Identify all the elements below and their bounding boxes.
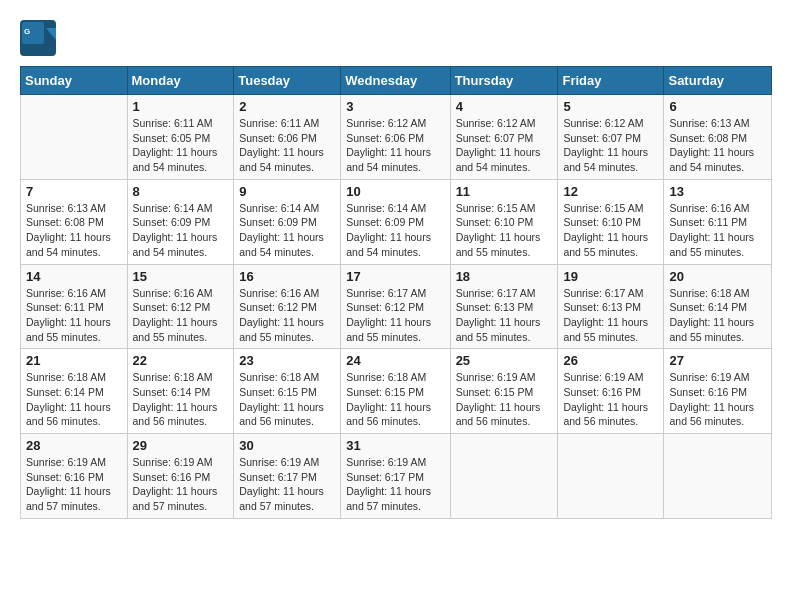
sunset: Sunset: 6:16 PM [26,470,122,485]
sunrise: Sunrise: 6:17 AM [563,286,658,301]
day-number: 9 [239,184,335,199]
daylight: Daylight: 11 hours and 57 minutes. [26,484,122,513]
calendar-body: 1 Sunrise: 6:11 AM Sunset: 6:05 PM Dayli… [21,95,772,519]
day-number: 20 [669,269,766,284]
daylight: Daylight: 11 hours and 56 minutes. [346,400,444,429]
daylight: Daylight: 11 hours and 56 minutes. [239,400,335,429]
daylight: Daylight: 11 hours and 54 minutes. [239,230,335,259]
page-header: G [20,20,772,56]
sunset: Sunset: 6:07 PM [456,131,553,146]
sunset: Sunset: 6:12 PM [239,300,335,315]
calendar-cell: 30 Sunrise: 6:19 AM Sunset: 6:17 PM Dayl… [234,434,341,519]
calendar-cell: 28 Sunrise: 6:19 AM Sunset: 6:16 PM Dayl… [21,434,128,519]
day-info: Sunrise: 6:19 AM Sunset: 6:16 PM Dayligh… [669,370,766,429]
sunrise: Sunrise: 6:17 AM [456,286,553,301]
day-info: Sunrise: 6:16 AM Sunset: 6:12 PM Dayligh… [239,286,335,345]
calendar-cell: 20 Sunrise: 6:18 AM Sunset: 6:14 PM Dayl… [664,264,772,349]
daylight: Daylight: 11 hours and 54 minutes. [239,145,335,174]
day-info: Sunrise: 6:18 AM Sunset: 6:14 PM Dayligh… [133,370,229,429]
calendar-cell: 12 Sunrise: 6:15 AM Sunset: 6:10 PM Dayl… [558,179,664,264]
day-number: 1 [133,99,229,114]
day-number: 31 [346,438,444,453]
day-info: Sunrise: 6:11 AM Sunset: 6:05 PM Dayligh… [133,116,229,175]
daylight: Daylight: 11 hours and 57 minutes. [133,484,229,513]
logo: G [20,20,60,56]
daylight: Daylight: 11 hours and 55 minutes. [563,230,658,259]
sunrise: Sunrise: 6:12 AM [563,116,658,131]
sunset: Sunset: 6:15 PM [346,385,444,400]
calendar-cell: 18 Sunrise: 6:17 AM Sunset: 6:13 PM Dayl… [450,264,558,349]
sunrise: Sunrise: 6:12 AM [456,116,553,131]
sunset: Sunset: 6:08 PM [669,131,766,146]
sunset: Sunset: 6:11 PM [26,300,122,315]
day-info: Sunrise: 6:15 AM Sunset: 6:10 PM Dayligh… [456,201,553,260]
day-info: Sunrise: 6:19 AM Sunset: 6:15 PM Dayligh… [456,370,553,429]
sunrise: Sunrise: 6:18 AM [26,370,122,385]
daylight: Daylight: 11 hours and 54 minutes. [26,230,122,259]
daylight: Daylight: 11 hours and 55 minutes. [456,315,553,344]
sunset: Sunset: 6:13 PM [456,300,553,315]
calendar-cell: 5 Sunrise: 6:12 AM Sunset: 6:07 PM Dayli… [558,95,664,180]
sunrise: Sunrise: 6:18 AM [239,370,335,385]
calendar-cell: 27 Sunrise: 6:19 AM Sunset: 6:16 PM Dayl… [664,349,772,434]
calendar-cell: 16 Sunrise: 6:16 AM Sunset: 6:12 PM Dayl… [234,264,341,349]
day-info: Sunrise: 6:18 AM Sunset: 6:14 PM Dayligh… [669,286,766,345]
sunrise: Sunrise: 6:16 AM [26,286,122,301]
sunrise: Sunrise: 6:15 AM [456,201,553,216]
day-info: Sunrise: 6:18 AM Sunset: 6:15 PM Dayligh… [346,370,444,429]
calendar-cell: 4 Sunrise: 6:12 AM Sunset: 6:07 PM Dayli… [450,95,558,180]
calendar-week-0: 1 Sunrise: 6:11 AM Sunset: 6:05 PM Dayli… [21,95,772,180]
calendar-cell: 6 Sunrise: 6:13 AM Sunset: 6:08 PM Dayli… [664,95,772,180]
sunrise: Sunrise: 6:13 AM [26,201,122,216]
sunrise: Sunrise: 6:19 AM [26,455,122,470]
day-number: 25 [456,353,553,368]
sunrise: Sunrise: 6:17 AM [346,286,444,301]
day-header-monday: Monday [127,67,234,95]
day-number: 29 [133,438,229,453]
sunrise: Sunrise: 6:15 AM [563,201,658,216]
sunrise: Sunrise: 6:19 AM [239,455,335,470]
sunset: Sunset: 6:16 PM [669,385,766,400]
daylight: Daylight: 11 hours and 55 minutes. [26,315,122,344]
day-info: Sunrise: 6:12 AM Sunset: 6:07 PM Dayligh… [456,116,553,175]
daylight: Daylight: 11 hours and 54 minutes. [456,145,553,174]
sunset: Sunset: 6:13 PM [563,300,658,315]
day-number: 6 [669,99,766,114]
sunrise: Sunrise: 6:19 AM [669,370,766,385]
day-info: Sunrise: 6:16 AM Sunset: 6:12 PM Dayligh… [133,286,229,345]
day-number: 15 [133,269,229,284]
calendar-cell: 3 Sunrise: 6:12 AM Sunset: 6:06 PM Dayli… [341,95,450,180]
sunset: Sunset: 6:14 PM [26,385,122,400]
calendar-week-2: 14 Sunrise: 6:16 AM Sunset: 6:11 PM Dayl… [21,264,772,349]
day-number: 27 [669,353,766,368]
calendar-cell: 1 Sunrise: 6:11 AM Sunset: 6:05 PM Dayli… [127,95,234,180]
day-header-wednesday: Wednesday [341,67,450,95]
day-header-friday: Friday [558,67,664,95]
daylight: Daylight: 11 hours and 57 minutes. [239,484,335,513]
sunrise: Sunrise: 6:14 AM [133,201,229,216]
sunrise: Sunrise: 6:13 AM [669,116,766,131]
calendar-cell: 2 Sunrise: 6:11 AM Sunset: 6:06 PM Dayli… [234,95,341,180]
sunset: Sunset: 6:09 PM [239,215,335,230]
sunset: Sunset: 6:11 PM [669,215,766,230]
sunset: Sunset: 6:06 PM [346,131,444,146]
day-number: 7 [26,184,122,199]
day-number: 12 [563,184,658,199]
day-number: 13 [669,184,766,199]
day-info: Sunrise: 6:15 AM Sunset: 6:10 PM Dayligh… [563,201,658,260]
day-number: 14 [26,269,122,284]
day-number: 16 [239,269,335,284]
daylight: Daylight: 11 hours and 56 minutes. [563,400,658,429]
day-info: Sunrise: 6:17 AM Sunset: 6:12 PM Dayligh… [346,286,444,345]
day-info: Sunrise: 6:12 AM Sunset: 6:06 PM Dayligh… [346,116,444,175]
calendar-cell [664,434,772,519]
calendar-cell: 14 Sunrise: 6:16 AM Sunset: 6:11 PM Dayl… [21,264,128,349]
daylight: Daylight: 11 hours and 56 minutes. [26,400,122,429]
day-header-thursday: Thursday [450,67,558,95]
day-number: 11 [456,184,553,199]
day-number: 10 [346,184,444,199]
sunset: Sunset: 6:16 PM [133,470,229,485]
sunrise: Sunrise: 6:11 AM [239,116,335,131]
day-number: 21 [26,353,122,368]
day-header-sunday: Sunday [21,67,128,95]
